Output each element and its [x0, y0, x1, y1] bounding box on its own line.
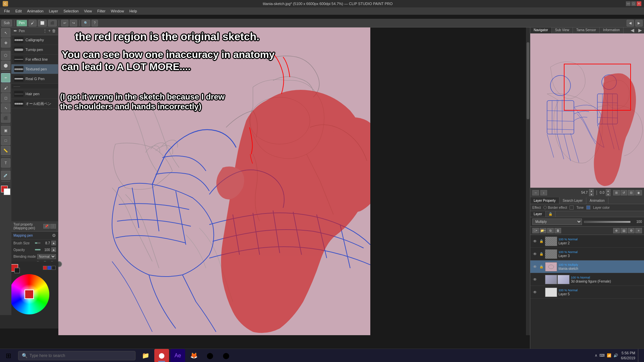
- gradient-tool[interactable]: ▣: [1, 126, 10, 135]
- taskbar-app-firefox[interactable]: 🦊: [186, 349, 201, 362]
- tab-tama[interactable]: Tama Sensor: [573, 27, 600, 33]
- layer-3-lock[interactable]: 🔒: [539, 252, 544, 256]
- layer-2-visibility[interactable]: 👁: [532, 239, 538, 244]
- tab-subview[interactable]: Sub View: [552, 27, 573, 33]
- layer-delete[interactable]: 🗑: [554, 228, 561, 233]
- rotate-down-btn[interactable]: ▼: [606, 193, 610, 196]
- blend-mode-select[interactable]: Normal: [37, 254, 56, 259]
- maximize-button[interactable]: □: [631, 1, 636, 6]
- tab-layer-property[interactable]: Layer Property: [530, 197, 559, 204]
- move-tool[interactable]: ✥: [1, 38, 10, 48]
- right-panel-nav[interactable]: ◀: [629, 27, 636, 33]
- canvas-vertical-scrollbar[interactable]: [526, 27, 530, 335]
- layer-opacity-slider[interactable]: [584, 221, 631, 223]
- opacity-slider[interactable]: [35, 249, 41, 250]
- system-clock[interactable]: 5:56 PM 6/6/2019: [621, 351, 635, 360]
- sub-tool-toggle[interactable]: Sub: [1, 20, 12, 26]
- figure-tool[interactable]: □: [1, 136, 10, 145]
- pen-settings-btn[interactable]: ⚙: [52, 233, 56, 238]
- menu-window[interactable]: Window: [108, 8, 127, 14]
- main-canvas[interactable]: the red region is the original sketch. Y…: [58, 27, 370, 335]
- taskbar-app-ae[interactable]: Ae: [170, 349, 185, 362]
- text-tool[interactable]: T: [1, 158, 10, 168]
- subtool-hair-pen[interactable]: Hair pen: [11, 89, 58, 99]
- subtool-real-g-pen[interactable]: Real G Pen: [11, 74, 58, 84]
- menu-animation[interactable]: Animation: [24, 8, 46, 14]
- opacity-up[interactable]: ▲: [51, 247, 56, 252]
- zoom-btn[interactable]: 🔍: [82, 20, 90, 26]
- layer-sub-tab-lock[interactable]: 🔒: [546, 211, 555, 217]
- eraser-tool-btn[interactable]: ⬜: [38, 20, 47, 26]
- rotate-up-btn[interactable]: ▲: [606, 189, 610, 192]
- nav-btn-3[interactable]: ⊟: [628, 190, 635, 195]
- menu-layer[interactable]: Layer: [46, 8, 61, 14]
- nav-btn-2[interactable]: ↺: [621, 190, 627, 195]
- blend-tool[interactable]: ∿: [1, 103, 10, 113]
- layer-new-btn[interactable]: □+: [532, 228, 539, 233]
- taskbar-app-files[interactable]: 📁: [138, 349, 153, 362]
- tab-info[interactable]: Information: [600, 27, 624, 33]
- layer-merge[interactable]: ⊕: [613, 228, 620, 233]
- history-3[interactable]: [52, 266, 56, 270]
- start-button[interactable]: ⊞: [0, 349, 17, 362]
- color-square-swatch-bg[interactable]: [14, 268, 20, 273]
- layer-3-visibility[interactable]: 👁: [532, 251, 538, 257]
- history-2[interactable]: [47, 266, 51, 270]
- subtool-calligraphy[interactable]: Calligraphy: [11, 35, 58, 45]
- zoom-up-btn[interactable]: ▲: [589, 189, 594, 192]
- brush-palette-tool[interactable]: 🖌: [1, 83, 10, 93]
- ruler-tool[interactable]: 📏: [1, 146, 10, 155]
- redo-btn[interactable]: ↪: [70, 20, 77, 26]
- layer-item-5[interactable]: 👁 100 % Normal Layer 5: [530, 286, 644, 299]
- layer-item-3[interactable]: 👁 🔒 100 % Normal Layer 3: [530, 248, 644, 260]
- menu-selection[interactable]: Selection: [61, 8, 81, 14]
- layer-5-lock[interactable]: [539, 290, 544, 295]
- layer-new-folder[interactable]: 📁+: [540, 228, 546, 233]
- taskbar-app-app5[interactable]: ⬤: [203, 349, 217, 362]
- history-1[interactable]: [43, 266, 47, 270]
- tab-animation[interactable]: Animation: [586, 197, 608, 204]
- canvas-nav-left[interactable]: ◀: [627, 20, 634, 26]
- menu-file[interactable]: File: [1, 8, 13, 14]
- tray-up-arrow[interactable]: ∧: [595, 353, 597, 358]
- color-square-swatch-fg[interactable]: [11, 264, 18, 272]
- border-effect-radio[interactable]: [543, 206, 547, 209]
- menu-edit[interactable]: Edit: [13, 8, 24, 14]
- canvas-nav-right[interactable]: ▶: [635, 20, 643, 26]
- figure-visibility[interactable]: 👁: [532, 277, 538, 282]
- taskbar-app-clip-studio[interactable]: ⬤: [154, 349, 169, 362]
- layer-5-visibility[interactable]: 👁: [532, 290, 538, 295]
- layer-color-swatch[interactable]: [586, 205, 590, 209]
- brush-tool-btn[interactable]: 🖌: [29, 20, 37, 26]
- help-btn[interactable]: ?: [92, 20, 98, 26]
- figure-lock[interactable]: [539, 277, 544, 282]
- tab-search-layer[interactable]: Search Layer: [559, 197, 586, 204]
- tone-swatch[interactable]: [570, 205, 574, 209]
- tab-navigator[interactable]: Navigator: [530, 27, 552, 33]
- pen-palette-tool[interactable]: ✒: [1, 73, 10, 82]
- layer-menu[interactable]: ≡: [635, 228, 642, 233]
- nav-flip-v[interactable]: ↕: [540, 190, 547, 195]
- search-input[interactable]: [30, 353, 132, 358]
- subtool-del-btn[interactable]: 🗑: [52, 28, 56, 33]
- tool-prop-pin[interactable]: 📌: [43, 224, 50, 229]
- color-swatch-main[interactable]: [24, 290, 34, 299]
- layer-item-2[interactable]: 👁 🔒 100 % Normal Layer 2: [530, 235, 644, 248]
- lasso-tool[interactable]: ⬡: [1, 51, 10, 60]
- subtool-effect-line[interactable]: For effect line: [11, 55, 58, 64]
- menu-view[interactable]: View: [81, 8, 95, 14]
- auto-select-tool[interactable]: ⬤: [1, 61, 10, 70]
- nav-btn-4[interactable]: ◉: [635, 190, 642, 195]
- nav-btn-1[interactable]: ⊞: [613, 190, 620, 195]
- taskbar-app-app6[interactable]: ⬤: [219, 349, 233, 362]
- eyedropper-tool[interactable]: 💉: [1, 171, 10, 180]
- tool-prop-menu[interactable]: ⋮: [50, 224, 56, 229]
- layer-list[interactable]: 👁 🔒 100 % Normal Layer 2 👁 🔒 100 % Norma…: [530, 235, 644, 349]
- right-panel-expand[interactable]: ▶: [636, 27, 644, 33]
- background-color[interactable]: [4, 188, 10, 195]
- menu-filter[interactable]: Filter: [95, 8, 108, 14]
- menu-help[interactable]: Help: [127, 8, 140, 14]
- subtool-add-btn[interactable]: +: [48, 28, 51, 33]
- titania-visibility[interactable]: 👁: [532, 264, 538, 269]
- color-wheel[interactable]: [9, 274, 49, 314]
